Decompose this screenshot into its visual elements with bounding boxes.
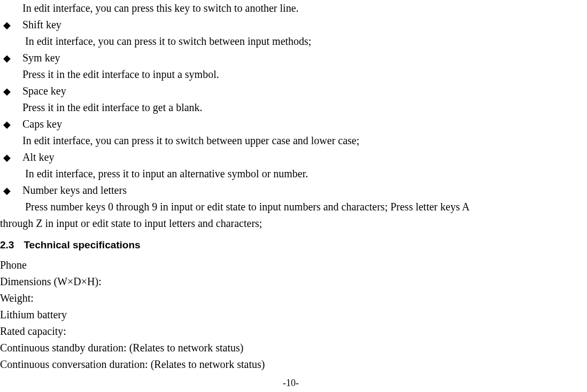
spec-line: Rated capacity: [0, 323, 582, 340]
spec-line: Lithium battery [0, 307, 582, 323]
item-description: In edit interface, you can press it to s… [22, 132, 582, 149]
section-heading: 2.3Technical specifications [0, 237, 582, 253]
item-description: Press it in the edit interface to get a … [22, 99, 582, 116]
item-title: Shift key [22, 17, 582, 33]
list-item: ◆ Shift key [0, 17, 582, 33]
diamond-bullet-icon: ◆ [0, 151, 22, 166]
item-title: Space key [22, 83, 582, 99]
spec-line: Phone [0, 257, 582, 273]
item-title: Sym key [22, 50, 582, 66]
item-title: Caps key [22, 116, 582, 132]
section-number: 2.3 [0, 239, 14, 250]
section-title: Technical specifications [24, 239, 140, 250]
item-title: Number keys and letters [22, 182, 582, 199]
continuation-line: through Z in input or edit state to inpu… [0, 215, 582, 232]
spec-line: Continuous standby duration: (Relates to… [0, 340, 582, 356]
page-number: -10- [0, 376, 582, 391]
item-title: Alt key [22, 149, 582, 166]
item-description: Press number keys 0 through 9 in input o… [25, 199, 582, 215]
list-item: ◆ Space key [0, 83, 582, 99]
item-description: In edit interface, you can press it to s… [25, 33, 582, 50]
spec-line: Weight: [0, 290, 582, 307]
list-item: ◆ Caps key [0, 116, 582, 132]
diamond-bullet-icon: ◆ [0, 18, 22, 33]
diamond-bullet-icon: ◆ [0, 84, 22, 99]
diamond-bullet-icon: ◆ [0, 51, 22, 66]
item-description: Press it in the edit interface to input … [22, 66, 582, 83]
list-item: ◆ Number keys and letters [0, 182, 582, 199]
intro-line: In edit interface, you can press this ke… [22, 0, 582, 17]
diamond-bullet-icon: ◆ [0, 184, 22, 199]
spec-line: Continuous conversation duration: (Relat… [0, 356, 582, 373]
diamond-bullet-icon: ◆ [0, 117, 22, 132]
list-item: ◆ Sym key [0, 50, 582, 66]
spec-line: Dimensions (W×D×H): [0, 273, 582, 290]
item-description: In edit interface, press it to input an … [25, 166, 582, 182]
list-item: ◆ Alt key [0, 149, 582, 166]
